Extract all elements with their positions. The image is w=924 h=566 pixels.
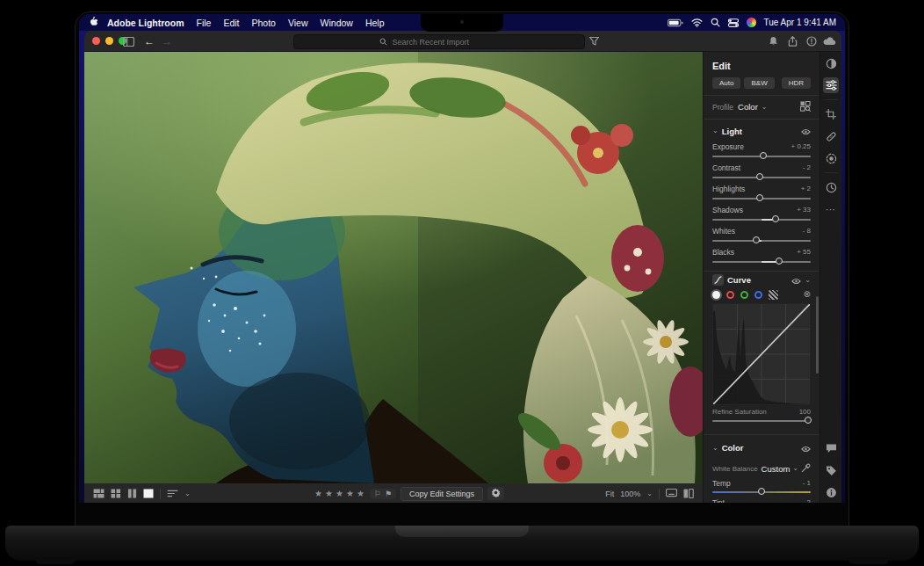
zoom-chevron-icon[interactable]: ⌄ <box>646 490 653 497</box>
menu-file[interactable]: File <box>197 18 212 28</box>
rgb-channel-button[interactable] <box>712 291 720 299</box>
more-tools-icon[interactable]: ⋯ <box>823 201 839 217</box>
reject-flag-icon[interactable]: ⚑ <box>385 490 392 498</box>
color-visibility-eye-icon[interactable] <box>801 440 811 456</box>
versions-history-icon[interactable] <box>823 179 839 195</box>
control-center-icon[interactable] <box>728 18 739 27</box>
info-sync-icon[interactable] <box>805 34 819 48</box>
menubar-app-name[interactable]: Adobe Lightroom <box>107 18 184 28</box>
zoom-level-value[interactable]: 100% <box>620 490 640 498</box>
slider-track[interactable] <box>712 490 811 493</box>
parametric-curve-icon[interactable] <box>769 290 778 300</box>
zoom-fit-label[interactable]: Fit <box>605 490 614 498</box>
menu-view[interactable]: View <box>288 18 308 28</box>
photo-grid-view-icon[interactable] <box>93 489 105 498</box>
spotlight-search-icon[interactable] <box>711 18 720 27</box>
slider-knob[interactable] <box>753 236 760 243</box>
collapse-chevron-icon[interactable]: ⌄ <box>712 445 718 452</box>
apple-menu[interactable] <box>88 16 98 29</box>
reset-curve-icon[interactable]: ⊗ <box>804 290 811 299</box>
star-icon[interactable]: ★ <box>336 489 344 498</box>
slider-track[interactable] <box>712 176 811 178</box>
curve-section-header[interactable]: Curve ⌄ <box>712 274 811 286</box>
red-channel-button[interactable] <box>726 291 734 299</box>
light-visibility-eye-icon[interactable] <box>801 123 811 139</box>
search-bar[interactable] <box>293 34 585 49</box>
healing-icon[interactable] <box>823 128 839 144</box>
sort-icon[interactable] <box>167 490 178 497</box>
info-icon[interactable] <box>823 484 839 500</box>
curve-visibility-eye-icon[interactable] <box>791 272 801 288</box>
crop-icon[interactable] <box>823 106 839 122</box>
slider-track[interactable] <box>712 260 811 263</box>
slider-track[interactable] <box>712 197 811 200</box>
search-icon <box>379 38 387 46</box>
slider-knob[interactable] <box>758 488 765 495</box>
collapse-chevron-icon[interactable]: ⌄ <box>712 127 718 134</box>
curve-collapse-chevron-icon[interactable]: ⌄ <box>805 277 811 284</box>
detail-view-icon[interactable] <box>143 489 154 498</box>
star-icon[interactable]: ★ <box>346 489 355 498</box>
color-wheel-icon[interactable] <box>747 18 756 27</box>
slider-knob[interactable] <box>756 173 763 180</box>
filter-icon[interactable] <box>587 34 601 48</box>
green-channel-button[interactable] <box>740 291 748 299</box>
light-section-header[interactable]: ⌄ Light <box>712 126 811 136</box>
browse-profiles-icon[interactable] <box>800 99 811 115</box>
slider-track[interactable] <box>712 239 811 242</box>
slider-knob[interactable] <box>760 152 767 159</box>
sidebar-toggle-icon[interactable] <box>121 34 135 48</box>
menu-help[interactable]: Help <box>365 18 385 28</box>
masking-icon[interactable] <box>823 150 839 166</box>
compare-view-icon[interactable] <box>127 489 137 498</box>
menu-photo[interactable]: Photo <box>252 18 276 28</box>
slider-knob[interactable] <box>772 215 779 222</box>
refine-saturation-slider[interactable] <box>712 419 811 422</box>
before-after-icon[interactable] <box>683 489 694 498</box>
cloud-sync-icon[interactable] <box>822 34 836 48</box>
menu-window[interactable]: Window <box>321 18 353 28</box>
keywords-tag-icon[interactable] <box>823 462 839 478</box>
profile-value[interactable]: Color <box>738 102 758 112</box>
presentation-icon[interactable] <box>666 489 677 498</box>
presets-icon[interactable] <box>823 55 839 71</box>
slider-knob[interactable] <box>776 258 783 265</box>
sort-chevron-icon[interactable]: ⌄ <box>184 490 191 497</box>
slider-track[interactable] <box>712 155 811 157</box>
star-icon[interactable]: ★ <box>357 489 365 498</box>
notifications-bell-icon[interactable] <box>766 34 780 48</box>
close-window-button[interactable] <box>92 37 100 45</box>
search-input[interactable] <box>391 37 500 47</box>
star-rating[interactable]: ★★★★★ <box>314 489 365 498</box>
minimize-window-button[interactable] <box>105 37 113 45</box>
pick-flag-icon[interactable]: ⚐ <box>374 490 381 498</box>
menubar-clock[interactable]: Tue Apr 1 9:41 AM <box>764 18 836 27</box>
star-icon[interactable]: ★ <box>314 489 323 498</box>
panel-scrollbar[interactable] <box>816 296 819 374</box>
blue-channel-button[interactable] <box>754 291 762 299</box>
slider-track[interactable] <box>712 218 811 221</box>
copy-edit-settings-button[interactable]: Copy Edit Settings <box>401 487 483 501</box>
eyedropper-icon[interactable] <box>801 461 811 476</box>
slider-knob[interactable] <box>805 417 812 424</box>
color-section-header[interactable]: ⌄ Color <box>712 442 811 454</box>
square-grid-view-icon[interactable] <box>111 489 121 498</box>
slider-knob[interactable] <box>756 194 763 201</box>
star-icon[interactable]: ★ <box>325 489 334 498</box>
wifi-icon[interactable] <box>691 18 703 27</box>
menu-edit[interactable]: Edit <box>223 18 239 28</box>
share-icon[interactable] <box>785 34 799 48</box>
auto-button[interactable]: Auto <box>712 77 740 89</box>
white-balance-value[interactable]: Custom <box>762 464 790 474</box>
comments-icon[interactable] <box>823 440 839 456</box>
bw-button[interactable]: B&W <box>744 77 774 89</box>
edit-sliders-icon[interactable] <box>823 77 839 93</box>
profile-chevron-icon[interactable]: ⌄ <box>762 104 768 111</box>
tone-curve-plot[interactable] <box>712 303 811 405</box>
back-button[interactable]: ← <box>142 34 156 48</box>
battery-icon[interactable] <box>668 18 683 27</box>
white-balance-chevron-icon[interactable]: ⌄ <box>792 465 798 472</box>
hdr-button[interactable]: HDR <box>782 77 811 89</box>
forward-button[interactable]: → <box>160 34 174 48</box>
settings-gear-icon[interactable] <box>487 487 504 500</box>
